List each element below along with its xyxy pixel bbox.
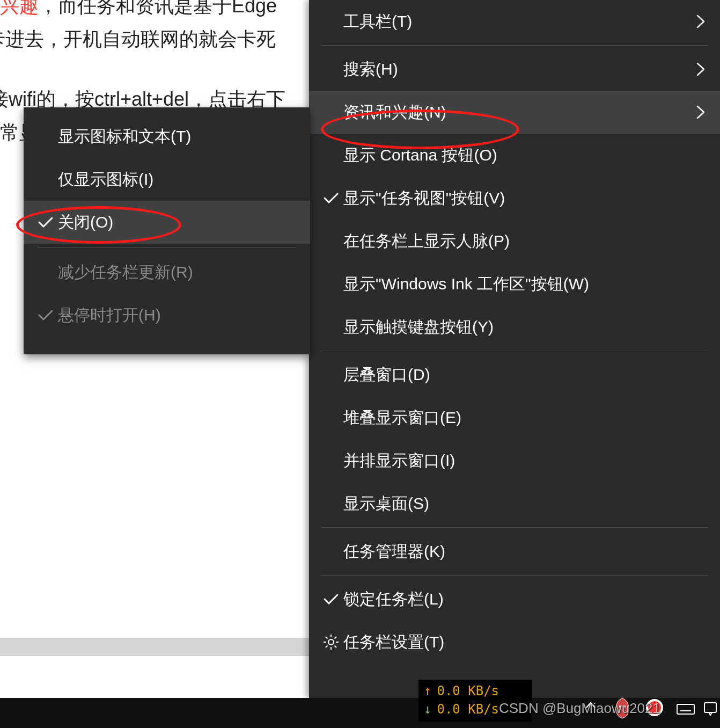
submenu-reduce-updates-label: 减少任务栏更新(R) <box>58 261 295 283</box>
menu-search[interactable]: 搜索(H) <box>309 48 720 91</box>
menu-task-view-label: 显示"任务视图"按钮(V) <box>343 187 705 209</box>
menu-stacked-label: 堆叠显示窗口(E) <box>343 407 705 429</box>
menu-separator <box>38 247 296 247</box>
menu-taskbar-settings[interactable]: 任务栏设置(T) <box>309 621 720 664</box>
arrow-up-icon: ↑ <box>424 683 431 698</box>
chevron-right-icon <box>690 14 705 28</box>
check-icon <box>33 216 58 229</box>
menu-show-desktop[interactable]: 显示桌面(S) <box>309 482 720 525</box>
menu-lock-taskbar-label: 锁定任务栏(L) <box>343 588 705 610</box>
submenu-hover-open: 悬停时打开(H) <box>24 294 310 337</box>
submenu-icon-only[interactable]: 仅显示图标(I) <box>24 158 310 201</box>
tray-notification-icon[interactable] <box>703 701 718 716</box>
submenu-icon-text[interactable]: 显示图标和文本(T) <box>24 115 310 158</box>
submenu-hover-open-label: 悬停时打开(H) <box>58 304 295 326</box>
svg-rect-13 <box>677 704 694 714</box>
submenu-close-label: 关闭(O) <box>58 212 295 234</box>
svg-line-7 <box>326 646 328 648</box>
menu-toolbars-label: 工具栏(T) <box>343 11 690 33</box>
download-speed: 0.0 KB/s <box>437 702 499 717</box>
menu-touch-keyboard-label: 显示触摸键盘按钮(Y) <box>343 316 705 338</box>
bg-text-1: 兴趣，而任务和资讯是基于Edge <box>0 0 277 21</box>
menu-cascade-label: 层叠窗口(D) <box>343 364 705 386</box>
submenu-close[interactable]: 关闭(O) <box>24 201 310 244</box>
submenu-reduce-updates: 减少任务栏更新(R) <box>24 251 310 294</box>
svg-line-6 <box>335 646 337 648</box>
menu-task-manager-label: 任务管理器(K) <box>343 541 705 563</box>
menu-touch-keyboard[interactable]: 显示触摸键盘按钮(Y) <box>309 305 720 348</box>
menu-search-label: 搜索(H) <box>343 59 690 81</box>
check-icon <box>319 192 343 205</box>
news-interests-submenu: 显示图标和文本(T) 仅显示图标(I) 关闭(O) 减少任务栏更新(R) 悬停时… <box>24 107 310 354</box>
menu-people[interactable]: 在任务栏上显示人脉(P) <box>309 220 720 263</box>
menu-task-manager[interactable]: 任务管理器(K) <box>309 530 720 573</box>
menu-taskbar-settings-label: 任务栏设置(T) <box>343 631 705 653</box>
menu-toolbars[interactable]: 工具栏(T) <box>309 0 720 43</box>
menu-ink-label: 显示"Windows Ink 工作区"按钮(W) <box>343 273 705 295</box>
menu-show-desktop-label: 显示桌面(S) <box>343 493 705 515</box>
menu-ink[interactable]: 显示"Windows Ink 工作区"按钮(W) <box>309 263 720 305</box>
menu-lock-taskbar[interactable]: 锁定任务栏(L) <box>309 578 720 621</box>
gear-icon <box>319 634 343 651</box>
upload-speed: 0.0 KB/s <box>437 683 499 698</box>
watermark: CSDN @BugMiaowu2021 <box>499 700 660 717</box>
taskbar-context-menu: 工具栏(T) 搜索(H) 资讯和兴趣(N) 显示 Cortana 按钮(O) <box>309 0 720 698</box>
chevron-right-icon <box>690 105 705 119</box>
menu-separator <box>321 575 708 576</box>
tray-keyboard-icon[interactable] <box>676 701 695 716</box>
svg-point-0 <box>328 639 334 645</box>
submenu-icon-text-label: 显示图标和文本(T) <box>58 126 295 148</box>
menu-news-interests[interactable]: 资讯和兴趣(N) <box>309 91 720 134</box>
svg-line-8 <box>335 637 337 639</box>
bg-text-2: 卡进去，开机自动联网的就会卡死 <box>0 24 276 55</box>
menu-cascade[interactable]: 层叠窗口(D) <box>309 353 720 396</box>
svg-line-5 <box>326 637 328 639</box>
menu-side-by-side[interactable]: 并排显示窗口(I) <box>309 439 720 482</box>
submenu-icon-only-label: 仅显示图标(I) <box>58 169 295 191</box>
menu-people-label: 在任务栏上显示人脉(P) <box>343 230 705 252</box>
menu-cortana[interactable]: 显示 Cortana 按钮(O) <box>309 134 720 177</box>
chevron-right-icon <box>690 62 705 76</box>
arrow-down-icon: ↓ <box>424 702 431 717</box>
menu-side-by-side-label: 并排显示窗口(I) <box>343 450 705 472</box>
menu-separator <box>321 527 708 528</box>
menu-separator <box>321 45 708 46</box>
menu-cortana-label: 显示 Cortana 按钮(O) <box>343 144 705 166</box>
check-icon <box>33 309 58 322</box>
menu-news-interests-label: 资讯和兴趣(N) <box>343 101 690 123</box>
check-icon <box>319 593 343 606</box>
svg-rect-15 <box>704 703 716 712</box>
menu-task-view[interactable]: 显示"任务视图"按钮(V) <box>309 177 720 220</box>
menu-stacked[interactable]: 堆叠显示窗口(E) <box>309 396 720 439</box>
menu-separator <box>321 351 708 351</box>
